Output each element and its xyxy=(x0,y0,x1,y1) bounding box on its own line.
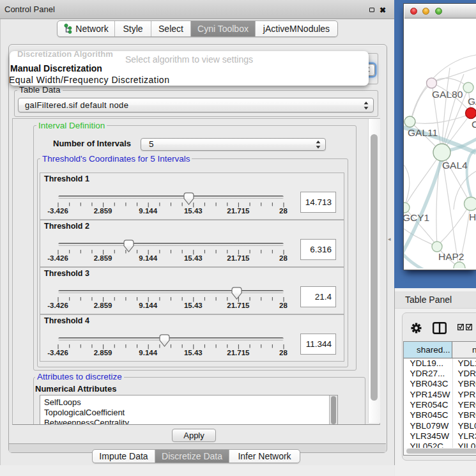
svg-text:GCY1: GCY1 xyxy=(404,212,429,223)
svg-text:GA: GA xyxy=(468,96,476,107)
svg-text:C: C xyxy=(472,119,476,130)
svg-text:H: H xyxy=(469,211,476,222)
svg-text:GAL11: GAL11 xyxy=(408,127,438,138)
svg-text:HAP2: HAP2 xyxy=(438,251,464,262)
svg-text:GAL80: GAL80 xyxy=(432,89,463,100)
svg-text:GAL4: GAL4 xyxy=(442,160,468,171)
